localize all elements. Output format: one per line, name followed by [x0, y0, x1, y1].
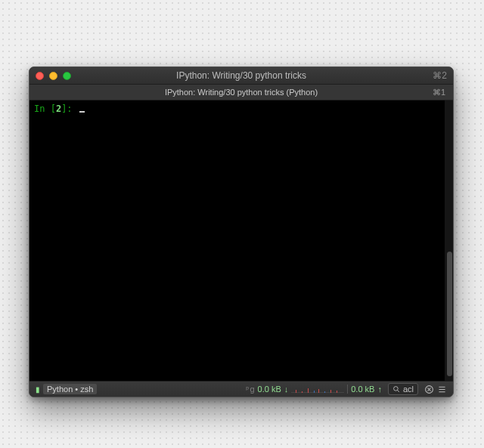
shell-icon: ▮ — [36, 385, 40, 394]
svg-point-0 — [394, 387, 399, 391]
titlebar[interactable]: IPython: Writing/30 python tricks ⌘2 — [29, 67, 453, 85]
prompt-prefix: In [ — [34, 104, 56, 114]
terminal-body: In [2]: — [29, 100, 453, 381]
status-divider — [347, 385, 348, 394]
status-shell-label: Python • zsh — [43, 384, 97, 394]
status-shell[interactable]: ▮ Python • zsh — [36, 384, 97, 394]
minimize-icon[interactable] — [49, 72, 57, 80]
list-icon[interactable] — [437, 385, 447, 394]
close-icon[interactable] — [36, 72, 44, 80]
prompt: In [2]: — [34, 104, 85, 114]
prompt-suffix: ]: — [61, 104, 72, 114]
net-up-value: 0.0 kB — [351, 385, 374, 394]
status-bar: ▮ Python • zsh ᵖg 0.0 kB↓ 0.0 kB — [29, 381, 453, 397]
search-text: acl — [403, 385, 414, 394]
net-sparkline — [291, 385, 344, 393]
terminal[interactable]: In [2]: — [29, 100, 445, 381]
net-down-value: 0.0 kB — [258, 385, 281, 394]
window-title: IPython: Writing/30 python tricks — [29, 70, 453, 81]
net-prefix-icon: ᵖg — [246, 385, 254, 394]
arrow-down-icon: ↓ — [284, 385, 289, 394]
status-trailing — [424, 385, 447, 394]
svg-line-1 — [398, 391, 399, 392]
tab-label: IPython: Writing/30 python tricks (Pytho… — [29, 88, 453, 97]
page-background: IPython: Writing/30 python tricks ⌘2 IPy… — [0, 0, 484, 448]
tab-bar[interactable]: IPython: Writing/30 python tricks (Pytho… — [29, 85, 453, 100]
window-right-indicator: ⌘2 — [433, 70, 447, 81]
scrollbar-thumb[interactable] — [447, 252, 452, 376]
zoom-icon[interactable] — [63, 72, 71, 80]
arrow-up-icon: ↑ — [377, 385, 382, 394]
search-icon — [392, 385, 400, 393]
clear-icon[interactable] — [424, 385, 434, 394]
status-network: ᵖg 0.0 kB↓ 0.0 kB↑ — [246, 385, 382, 394]
scrollbar-track[interactable] — [445, 100, 453, 381]
terminal-window: IPython: Writing/30 python tricks ⌘2 IPy… — [29, 66, 454, 397]
traffic-lights — [36, 72, 71, 80]
status-search[interactable]: acl — [388, 383, 418, 395]
cursor-icon — [79, 111, 85, 113]
tab-shortcut: ⌘1 — [433, 88, 445, 97]
